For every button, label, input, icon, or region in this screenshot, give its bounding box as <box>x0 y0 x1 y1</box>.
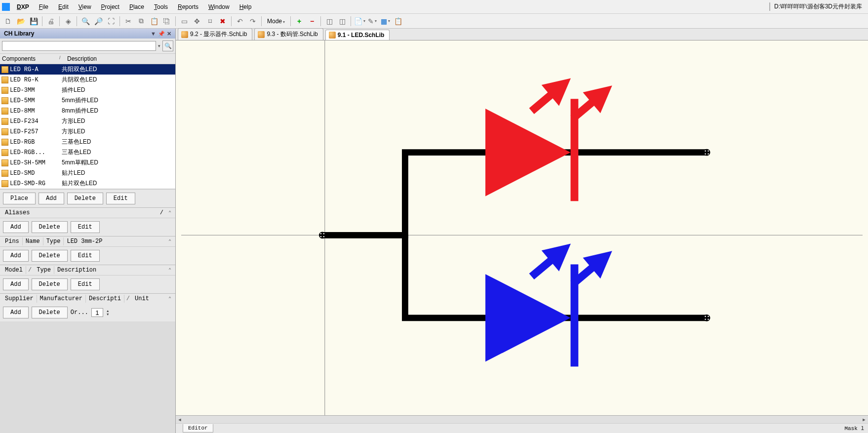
redo-icon[interactable]: ↷ <box>247 15 259 27</box>
component-row[interactable]: LED-8MM8mm插件LED <box>0 106 175 116</box>
scroll-right-icon[interactable]: ► <box>860 416 868 424</box>
document-tab[interactable]: 9.3 - 数码管.SchLib <box>254 28 323 40</box>
aliases-expand-icon[interactable]: ⌃ <box>166 210 173 216</box>
draw-dropdown-icon[interactable]: ✎ <box>366 15 378 27</box>
add-button[interactable]: Add <box>39 193 64 204</box>
document-tab[interactable]: 9.2 - 显示器件.SchLib <box>178 28 252 40</box>
components-sort-icon[interactable]: / <box>59 55 65 63</box>
schematic-canvas[interactable] <box>176 40 868 415</box>
copy-icon[interactable]: ⧉ <box>135 15 147 27</box>
pins-designator-col[interactable]: LED 3mm-2P <box>64 237 166 245</box>
supplier-expand-icon[interactable]: ⌃ <box>166 296 173 302</box>
model-edit-button[interactable]: Edit <box>71 278 100 290</box>
menu-help[interactable]: Help <box>235 1 257 12</box>
components-col-header[interactable]: Components <box>0 55 59 63</box>
component-row[interactable]: LED-SMD贴片LED <box>0 168 175 178</box>
zoom-out-icon[interactable]: 🔎 <box>92 15 104 27</box>
led-red[interactable] <box>485 68 621 201</box>
place-button[interactable]: Place <box>3 193 36 204</box>
duplicate-icon[interactable]: ⿻ <box>161 15 173 27</box>
component-row[interactable]: LED-SMD-RG贴片双色LED <box>0 178 175 189</box>
new-file-icon[interactable]: 🗋 <box>2 15 14 27</box>
supplier-sort-icon[interactable]: / <box>124 295 132 302</box>
scroll-left-icon[interactable]: ◄ <box>176 416 184 424</box>
deselect-icon[interactable]: ⌑ <box>204 15 216 27</box>
pins-edit-button[interactable]: Edit <box>71 250 100 262</box>
editor-tab[interactable]: Editor <box>183 424 213 433</box>
component-row[interactable]: LED-3MM插件LED <box>0 85 175 95</box>
pins-delete-button[interactable]: Delete <box>32 250 68 262</box>
component-row[interactable]: LED-RGB三基色LED <box>0 137 175 147</box>
place-dropdown-icon[interactable]: 📄 <box>354 15 365 27</box>
move-icon[interactable]: ✥ <box>191 15 203 27</box>
aliases-sort-icon[interactable]: / <box>157 209 166 216</box>
search-dropdown-icon[interactable]: ▾ <box>158 43 160 48</box>
panel-dropdown-icon[interactable]: ▼ <box>151 31 156 37</box>
undo-icon[interactable]: ↶ <box>234 15 246 27</box>
component-row[interactable]: LED-F257方形LED <box>0 126 175 137</box>
panel-close-icon[interactable]: ✕ <box>167 31 171 37</box>
delete-button[interactable]: Delete <box>67 193 103 204</box>
menu-tools[interactable]: Tools <box>149 1 173 12</box>
save-icon[interactable]: 💾 <box>28 15 39 27</box>
schematic-svg[interactable] <box>176 40 868 415</box>
paste-icon[interactable]: 📋 <box>148 15 160 27</box>
preview-icon[interactable]: ◈ <box>62 15 74 27</box>
component-row[interactable]: LED-5MM5mm插件LED <box>0 95 175 106</box>
search-input[interactable] <box>2 41 156 51</box>
component-row[interactable]: LED RG-K共阴双色LED <box>0 75 175 85</box>
clear-icon[interactable]: ✖ <box>217 15 229 27</box>
model-sort-icon[interactable]: / <box>26 267 34 274</box>
aliases-edit-button[interactable]: Edit <box>71 221 100 233</box>
model-add-button[interactable]: Add <box>3 278 29 290</box>
edit-button[interactable]: Edit <box>106 193 135 204</box>
menu-file[interactable]: File <box>34 1 53 12</box>
document-tab[interactable]: 9.1 - LED.SchLib <box>325 30 390 40</box>
horizontal-scrollbar[interactable]: ◄ ► <box>176 415 868 423</box>
search-icon[interactable]: 🔍 <box>162 40 173 51</box>
model-type-col[interactable]: Type <box>34 266 54 274</box>
menu-place[interactable]: Place <box>124 1 149 12</box>
options-icon[interactable]: 📋 <box>392 15 404 27</box>
component-row[interactable]: LED RG-A共阳双色LED <box>0 64 175 75</box>
add-part-icon[interactable]: + <box>293 15 305 27</box>
menu-dxp[interactable]: DXP <box>12 1 34 12</box>
open-file-icon[interactable]: 📂 <box>15 15 27 27</box>
aliases-delete-button[interactable]: Delete <box>32 221 68 233</box>
pins-expand-icon[interactable]: ⌃ <box>166 238 173 244</box>
description-col-header[interactable]: Description <box>65 55 166 63</box>
components-list[interactable]: LED RG-A共阳双色LEDLED RG-K共阴双色LEDLED-3MM插件L… <box>0 64 175 189</box>
mode-dropdown[interactable]: Mode <box>264 18 288 25</box>
pins-add-button[interactable]: Add <box>3 250 29 262</box>
grid-dropdown-icon[interactable]: ▦ <box>379 15 391 27</box>
print-icon[interactable]: 🖨 <box>45 15 57 27</box>
component-row[interactable]: LED-RGB...三基色LED <box>0 147 175 157</box>
supplier-add-button[interactable]: Add <box>3 307 29 318</box>
ordering-quantity[interactable] <box>91 308 103 317</box>
led-blue[interactable] <box>485 233 621 366</box>
model-delete-button[interactable]: Delete <box>32 278 68 290</box>
supplier-col[interactable]: Supplier <box>2 295 37 303</box>
aliases-add-button[interactable]: Add <box>3 221 29 233</box>
unit-col[interactable]: Unit <box>132 295 152 303</box>
model-expand-icon[interactable]: ⌃ <box>166 267 173 273</box>
zoom-in-icon[interactable]: 🔍 <box>79 15 91 27</box>
pins-type-col[interactable]: Type <box>43 237 64 245</box>
menu-view[interactable]: View <box>74 1 96 12</box>
manufacturer-col[interactable]: Manufacturer <box>37 295 86 303</box>
menu-reports[interactable]: Reports <box>173 1 203 12</box>
supplier-delete-button[interactable]: Delete <box>32 307 68 318</box>
quantity-spinner[interactable]: ▲▼ <box>106 309 110 316</box>
panel-pin-icon[interactable]: 📌 <box>158 31 165 37</box>
pins-col[interactable]: Pins <box>2 237 23 245</box>
select-rect-icon[interactable]: ▭ <box>178 15 190 27</box>
menu-window[interactable]: Window <box>203 1 235 12</box>
part-b-icon[interactable]: ◫ <box>336 15 348 27</box>
zoom-fit-icon[interactable]: ⛶ <box>105 15 117 27</box>
cut-icon[interactable]: ✂ <box>122 15 134 27</box>
remove-part-icon[interactable]: − <box>306 15 318 27</box>
component-row[interactable]: LED-F234方形LED <box>0 116 175 126</box>
part-a-icon[interactable]: ◫ <box>323 15 335 27</box>
pins-name-col[interactable]: Name <box>23 237 43 245</box>
supplier-desc-col[interactable]: Descripti <box>86 295 124 303</box>
